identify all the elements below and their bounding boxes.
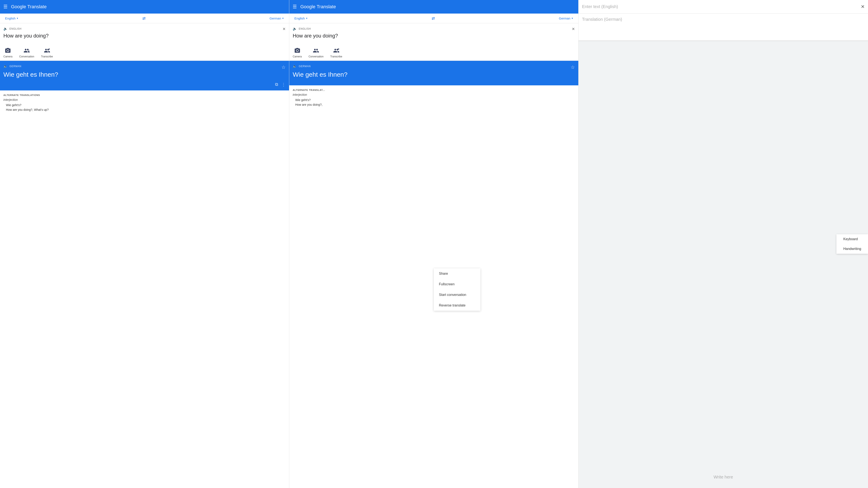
left-lang-bar: English ▼ ⇄ German ▼ (0, 13, 289, 23)
center-logo-translate: Translate (317, 4, 336, 9)
center-camera-button[interactable]: Camera (293, 47, 302, 58)
center-translation-box: 🔈 GERMAN ☆ Wie geht es Ihnen? (289, 61, 578, 85)
dropdown-reverse-translate[interactable]: Reverse translate (434, 300, 480, 311)
dropdown-fullscreen[interactable]: Fullscreen (434, 279, 480, 290)
left-hamburger-icon[interactable]: ☰ (3, 4, 8, 9)
dropdown-share[interactable]: Share (434, 268, 480, 279)
left-app-logo: Google Translate (11, 4, 46, 9)
center-source-text: How are you doing? (293, 32, 575, 39)
write-here-text: Write here (714, 475, 733, 480)
left-trans-lang-label: 🔈 GERMAN (3, 64, 22, 68)
left-source-area: 🔈 ENGLISH ✕ How are you doing? (0, 23, 289, 46)
conversation-icon (24, 47, 30, 54)
center-conversation-icon (313, 47, 319, 54)
center-source-lang-button[interactable]: English ▼ (293, 16, 309, 21)
center-source-area: 🔈 ENGLISH ✕ How are you doing? (289, 23, 578, 46)
left-speaker-icon[interactable]: 🔈 (3, 27, 8, 31)
center-alt-title: ALTERNATE TRANSLAT... (293, 89, 575, 91)
right-translation-placeholder-area: Translation (German) (579, 13, 868, 41)
center-source-lang-label: 🔈 ENGLISH (293, 27, 311, 31)
left-trans-text: Wie geht es Ihnen? (3, 70, 286, 78)
center-target-lang-arrow: ▼ (571, 17, 573, 20)
left-header: ☰ Google Translate (0, 0, 289, 13)
center-source-close[interactable]: ✕ (572, 27, 575, 31)
left-logo-translate: Translate (27, 4, 46, 9)
center-conversation-label: Conversation (309, 55, 323, 58)
left-transcribe-button[interactable]: Transcribe (41, 47, 53, 58)
left-alt-pos: interjection (3, 98, 286, 101)
handwriting-menu-item[interactable]: Handwriting (836, 244, 868, 254)
transcribe-label: Transcribe (41, 55, 53, 58)
left-star-icon[interactable]: ☆ (281, 65, 286, 70)
center-source-lang-arrow: ▼ (306, 17, 308, 20)
left-trans-speaker-icon[interactable]: 🔈 (3, 64, 8, 68)
center-dropdown-menu: Share Fullscreen Start conversation Reve… (434, 268, 480, 311)
left-panel: ☰ Google Translate English ▼ ⇄ German ▼ … (0, 0, 289, 488)
left-source-lang-button[interactable]: English ▼ (3, 16, 20, 21)
center-alt-pos: interjection (293, 93, 575, 96)
center-transcribe-label: Transcribe (330, 55, 342, 58)
left-source-lang-label: 🔈 ENGLISH (3, 27, 22, 31)
left-source-header: 🔈 ENGLISH ✕ (3, 27, 286, 32)
center-trans-text: Wie geht es Ihnen? (293, 70, 575, 78)
left-alt-item-1: Wie geht's? (3, 103, 286, 107)
left-source-lang-arrow: ▼ (16, 17, 19, 20)
svg-point-1 (338, 48, 339, 50)
left-alt-title: ALTERNATE TRANSLATIONS (3, 94, 286, 96)
center-speaker-icon[interactable]: 🔈 (293, 27, 297, 31)
center-lang-bar: English ▼ ⇄ German ▼ (289, 13, 578, 23)
center-star-icon[interactable]: ☆ (571, 65, 575, 70)
center-panel: ☰ Google Translate English ▼ ⇄ German ▼ … (289, 0, 579, 488)
center-hamburger-icon[interactable]: ☰ (293, 4, 297, 9)
left-camera-button[interactable]: Camera (3, 47, 12, 58)
center-alt-item-1: Wie geht's? (293, 98, 575, 102)
conversation-label: Conversation (19, 55, 34, 58)
left-more-icon[interactable]: ⋮ (281, 82, 286, 87)
left-target-lang-button[interactable]: German ▼ (268, 16, 286, 21)
center-transcribe-button[interactable]: Transcribe (330, 47, 342, 58)
left-target-lang-arrow: ▼ (282, 17, 284, 20)
dropdown-start-conversation[interactable]: Start conversation (434, 290, 480, 300)
left-source-close[interactable]: ✕ (282, 27, 286, 31)
right-close-icon[interactable]: ✕ (861, 4, 865, 9)
center-trans-lang-label: 🔈 GERMAN (293, 64, 311, 68)
center-transcribe-icon (333, 47, 340, 54)
right-content-area: Write here (579, 41, 868, 488)
center-conversation-button[interactable]: Conversation (309, 47, 323, 58)
keyboard-menu-item[interactable]: Keyboard (836, 234, 868, 244)
camera-label: Camera (3, 55, 12, 58)
left-translation-box: 🔈 GERMAN ☆ Wie geht es Ihnen? ⧉ ⋮ (0, 61, 289, 91)
center-trans-speaker-icon[interactable]: 🔈 (293, 64, 297, 68)
left-logo-google: Google (11, 4, 27, 9)
left-alt-item-2: How are you doing?, What's up? (3, 107, 286, 112)
camera-icon (5, 47, 11, 54)
center-app-logo: Google Translate (300, 4, 336, 9)
left-conversation-button[interactable]: Conversation (19, 47, 34, 58)
center-header: ☰ Google Translate (289, 0, 578, 13)
center-source-header: 🔈 ENGLISH ✕ (293, 27, 575, 32)
center-camera-label: Camera (293, 55, 302, 58)
left-icon-row: Camera Conversation Transcribe (0, 46, 289, 61)
center-alt-item-2: How are you doing?, (293, 102, 575, 107)
center-camera-icon (294, 47, 301, 54)
center-target-lang-button[interactable]: German ▼ (557, 16, 575, 21)
right-panel: Enter text (English) ✕ Translation (Germ… (579, 0, 868, 488)
transcribe-icon (44, 47, 50, 54)
right-input-placeholder[interactable]: Enter text (English) (582, 4, 861, 9)
center-swap-icon[interactable]: ⇄ (309, 16, 557, 21)
right-input-header: Enter text (English) ✕ (579, 0, 868, 13)
left-alt-section: ALTERNATE TRANSLATIONS interjection Wie … (0, 91, 289, 116)
left-swap-icon[interactable]: ⇄ (20, 16, 268, 21)
left-copy-icon[interactable]: ⧉ (275, 82, 278, 87)
center-logo-google: Google (300, 4, 317, 9)
left-source-text: How are you doing? (3, 32, 286, 39)
keyboard-handwriting-menu: Keyboard Handwriting (836, 234, 868, 254)
center-alt-section: ALTERNATE TRANSLAT... interjection Wie g… (289, 85, 578, 110)
left-trans-actions: ⧉ ⋮ (3, 82, 286, 87)
right-trans-placeholder: Translation (German) (582, 17, 622, 22)
center-icon-row: Camera Conversation Transcribe (289, 46, 578, 61)
